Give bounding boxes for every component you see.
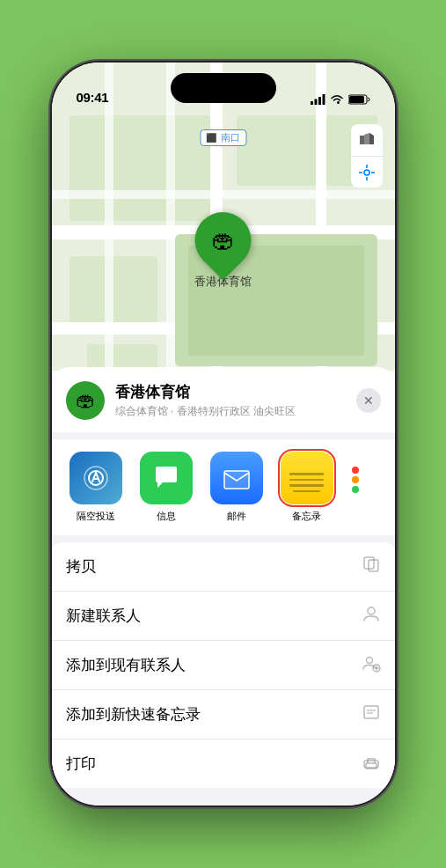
phone-screen: 09:41: [52, 63, 395, 805]
svg-rect-3: [322, 94, 325, 105]
svg-rect-42: [364, 706, 378, 718]
bottom-sheet: 🏟 香港体育馆 综合体育馆 · 香港特别行政区 油尖旺区 ✕: [52, 367, 395, 805]
location-button[interactable]: [351, 156, 383, 188]
messages-icon: [140, 452, 193, 504]
location-icon: 🏟: [66, 381, 105, 420]
location-subtitle: 综合体育馆 · 香港特别行政区 油尖旺区: [115, 404, 346, 419]
phone-frame: 09:41: [52, 63, 395, 805]
svg-rect-1: [314, 99, 317, 106]
airdrop-label: 隔空投送: [77, 510, 115, 523]
location-info: 香港体育馆 综合体育馆 · 香港特别行政区 油尖旺区: [115, 382, 346, 419]
location-header: 🏟 香港体育馆 综合体育馆 · 香港特别行政区 油尖旺区 ✕: [52, 367, 395, 432]
status-time: 09:41: [77, 90, 109, 105]
dynamic-island: [171, 73, 276, 103]
svg-rect-5: [349, 96, 364, 103]
print-icon: [362, 752, 381, 776]
map-type-button[interactable]: [351, 124, 383, 156]
svg-rect-7: [69, 115, 210, 221]
svg-point-25: [364, 170, 369, 175]
notes-icon-wrapper: [281, 452, 333, 504]
svg-point-37: [368, 607, 375, 614]
add-existing-icon: [362, 653, 381, 677]
action-add-note[interactable]: 添加到新快速备忘录: [52, 690, 395, 739]
airdrop-icon: [69, 452, 122, 504]
apps-row: 隔空投送 信息: [52, 439, 395, 535]
battery-icon: [348, 94, 370, 105]
dot-orange: [352, 476, 359, 483]
mail-label: 邮件: [227, 510, 246, 523]
notes-label: 备忘录: [292, 510, 321, 523]
close-button[interactable]: ✕: [356, 388, 381, 413]
more-button[interactable]: [342, 452, 369, 523]
pin-inner: 🏟: [212, 227, 235, 254]
svg-marker-24: [369, 133, 374, 144]
add-note-icon: [362, 702, 381, 726]
new-contact-icon: [362, 604, 381, 628]
svg-rect-2: [318, 97, 321, 105]
map-label: ⬛ 南口: [200, 129, 246, 146]
location-pin: 🏟 香港体育馆: [194, 212, 252, 290]
dot-red: [352, 467, 359, 474]
signal-icon: [311, 94, 325, 105]
svg-rect-33: [224, 471, 249, 489]
app-item-messages[interactable]: 信息: [131, 452, 201, 523]
svg-rect-0: [311, 101, 313, 105]
action-print[interactable]: 打印: [52, 739, 395, 788]
map-controls: [351, 124, 383, 188]
action-list: 拷贝 新建联系人: [52, 542, 395, 788]
location-name: 香港体育馆: [115, 382, 346, 402]
more-dots: [342, 453, 369, 506]
action-copy[interactable]: 拷贝: [52, 542, 395, 592]
action-new-contact[interactable]: 新建联系人: [52, 592, 395, 641]
status-icons: [311, 94, 370, 105]
svg-point-38: [366, 658, 372, 664]
svg-rect-13: [52, 190, 395, 199]
pin-circle: 🏟: [183, 201, 263, 281]
svg-marker-23: [364, 133, 369, 144]
app-item-mail[interactable]: 邮件: [201, 452, 272, 523]
dot-green: [352, 486, 359, 493]
app-item-notes[interactable]: 备忘录: [272, 452, 342, 523]
mail-icon: [210, 452, 263, 504]
wifi-icon: [330, 94, 344, 105]
messages-label: 信息: [157, 510, 176, 523]
app-item-airdrop[interactable]: 隔空投送: [61, 452, 131, 523]
svg-rect-22: [360, 136, 364, 144]
copy-icon: [362, 555, 381, 578]
action-add-existing[interactable]: 添加到现有联系人: [52, 641, 395, 690]
